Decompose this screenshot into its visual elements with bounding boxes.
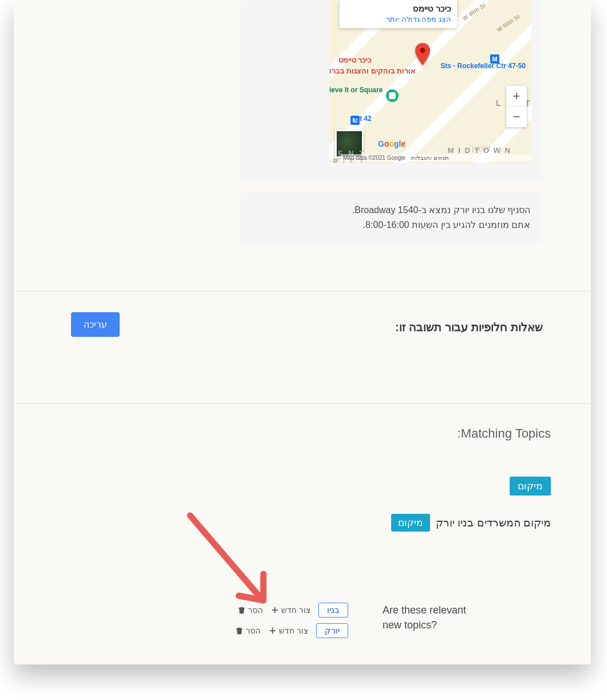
edit-button[interactable]: עריכה (71, 312, 120, 337)
trash-icon (238, 606, 246, 614)
map-terms-link[interactable]: תנאים והגבלות (411, 155, 449, 161)
answer-line: הסניף שלנו בניו יורק נמצא ב-1540 Broadwa… (253, 203, 530, 218)
matching-topics-section: Matching Topics: מיקום מיקום המשרדים בני… (14, 426, 591, 532)
zoom-in-button[interactable]: + (506, 86, 527, 107)
trash-icon (235, 627, 243, 635)
plus-icon (271, 606, 279, 614)
camera-icon (386, 89, 399, 102)
map-poi-label: ieve It or Square (329, 86, 400, 94)
map-data-attrib: Map data ©2021 Google (343, 155, 405, 161)
map-poi-label: 47-50 Sts - Rockefeller Ctr (440, 62, 526, 70)
map-poi-label: 42 St (355, 115, 372, 123)
new-topics-prompt: Are these relevant new topics? (383, 603, 543, 632)
remove-button[interactable]: הסר (235, 626, 261, 635)
candidate-list: בניו צור חדש הסר יורק צור חדש הסר (235, 603, 348, 638)
map-container: W 49th St W 50th St כיכר טיימס הצג מפה ג… (241, 0, 543, 182)
candidate-chip[interactable]: בניו (318, 603, 348, 618)
zoom-out-button[interactable]: − (506, 107, 527, 127)
divider (14, 291, 591, 292)
candidate-chip[interactable]: יורק (316, 623, 348, 638)
candidate-row: בניו צור חדש הסר (235, 603, 348, 618)
content-panel: W 49th St W 50th St כיכר טיימס הצג מפה ג… (14, 0, 591, 664)
create-new-button[interactable]: צור חדש (271, 605, 310, 615)
create-new-button[interactable]: צור חדש (269, 626, 308, 635)
alt-questions-title: שאלות חלופיות עבור תשובה זו: (395, 320, 543, 334)
map-pin-icon (415, 43, 430, 65)
candidate-row: יורק צור חדש הסר (235, 623, 348, 638)
map-view-larger-link[interactable]: הצג מפה גדולה יותר (345, 15, 451, 23)
map-attribution: Map data ©2021 Google תנאים והגבלות (341, 154, 531, 162)
map-zoom-controls: + − (506, 86, 527, 127)
map-info-card: כיכר טיימס הצג מפה גדולה יותר (340, 0, 457, 28)
map-area-label: דטאון (472, 144, 491, 152)
map-poi-label: כיכר טיימס (338, 56, 372, 65)
google-logo: Google (378, 139, 405, 148)
street-label: W 49th St (462, 2, 487, 22)
new-topics-section: Are these relevant new topics? בניו צור … (62, 603, 543, 638)
map-info-title: כיכר טיימס (345, 3, 451, 14)
answer-line: אתם מוזמנים להגיע בין השעות 8:00-16:00. (253, 218, 530, 233)
topic-tag[interactable]: מיקום (391, 514, 430, 532)
answer-bubble: הסניף שלנו בניו יורק נמצא ב-1540 Broadwa… (241, 192, 543, 243)
topic-entry-text: מיקום המשרדים בניו יורק (436, 516, 551, 529)
map-poi-sublabel: אורות בוהקים והצגות בברו (329, 67, 416, 76)
topic-tag[interactable]: מיקום (510, 477, 551, 495)
street-label: W 50th St (496, 13, 521, 33)
divider (14, 403, 591, 404)
alt-questions-section: שאלות חלופיות עבור תשובה זו: עריכה (14, 312, 591, 337)
embedded-map[interactable]: W 49th St W 50th St כיכר טיימס הצג מפה ג… (329, 0, 531, 163)
matching-topics-title: Matching Topics: (71, 426, 551, 441)
svg-point-0 (420, 48, 425, 53)
remove-button[interactable]: הסר (238, 605, 263, 615)
topic-entry: מיקום המשרדים בניו יורק מיקום (71, 514, 551, 532)
plus-icon (269, 627, 277, 635)
